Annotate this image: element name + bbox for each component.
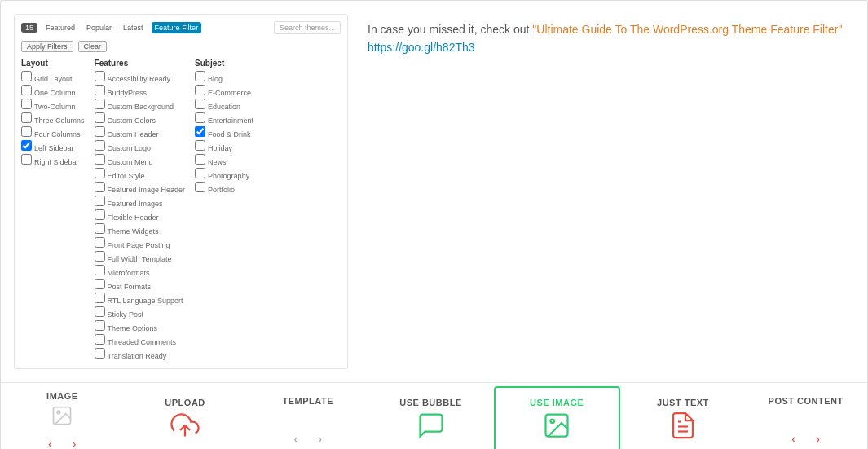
subject-item-3[interactable]: Entertainment [195,112,253,125]
feature-item-17[interactable]: Sticky Post [95,306,186,319]
columns-area: Layout Grid Layout One Column Two-Column… [21,59,341,362]
feature-item-1[interactable]: BuddyPress [95,85,186,97]
image-icon [51,404,73,432]
template-next-arrow[interactable]: › [318,432,322,447]
right-panel: In case you missed it, check out "Ultima… [361,14,854,369]
feature-item-16[interactable]: RTL Language Support [95,293,186,305]
image-nav-arrows: ‹ › [48,437,77,449]
tab-just-text-label: JUST TEXT [657,398,709,407]
tab-popular[interactable]: Popular [83,22,115,33]
layout-item-5[interactable]: Left Sidebar [21,140,85,152]
template-nav-arrows: ‹ › [293,432,322,447]
tab-use-bubble[interactable]: USE BUBBLE [369,383,492,449]
subject-item-0[interactable]: Blog [195,71,253,83]
tab-use-image-label: USE IMAGE [530,398,584,407]
feature-item-19[interactable]: Threaded Comments [95,334,186,346]
feature-item-3[interactable]: Custom Colors [95,112,186,125]
tab-post-content[interactable]: POST CONTENT ‹ › [744,383,867,449]
info-quoted-text: "Ultimate Guide To The WordPress.org The… [532,23,842,36]
tab-just-text[interactable]: JUST TEXT [622,383,745,449]
top-bar: 15 Featured Popular Latest Feature Filte… [21,21,341,34]
tab-image[interactable]: IMAGE ‹ › [1,383,124,449]
info-text-prefix: In case you missed it, check out [368,23,532,36]
feature-item-11[interactable]: Theme Widgets [95,223,186,236]
features-heading: Features [95,59,186,68]
layout-item-2[interactable]: Two-Column [21,99,85,111]
layout-item-0[interactable]: Grid Layout [21,71,85,83]
tab-use-bubble-label: USE BUBBLE [399,398,462,407]
use-image-icon [542,411,571,445]
content-area: 15 Featured Popular Latest Feature Filte… [1,1,867,382]
feature-item-5[interactable]: Custom Logo [95,140,186,152]
bubble-icon [416,411,446,445]
tabs-row: IMAGE ‹ › UPLOAD TEMPLATE [1,382,867,449]
feature-item-7[interactable]: Editor Style [95,168,186,180]
subject-item-5[interactable]: Holiday [195,140,253,152]
feature-item-13[interactable]: Full Width Template [95,251,186,263]
feature-item-18[interactable]: Theme Options [95,320,186,332]
svg-point-1 [58,411,61,414]
tab-image-label: IMAGE [46,391,78,401]
tab-template-label: TEMPLATE [283,396,333,406]
image-next-arrow[interactable]: › [72,437,76,449]
layout-column: Layout Grid Layout One Column Two-Column… [21,59,85,362]
post-content-nav-arrows: ‹ › [791,432,820,447]
subject-item-7[interactable]: Photography [195,168,253,180]
info-link[interactable]: https://goo.gl/h82Th3 [368,41,475,54]
subject-item-6[interactable]: News [195,154,253,166]
subject-item-4[interactable]: Food & Drink [195,126,253,139]
post-content-prev-arrow[interactable]: ‹ [791,432,795,447]
image-prev-arrow[interactable]: ‹ [48,437,52,449]
feature-item-20[interactable]: Translation Ready [95,348,186,360]
tab-upload[interactable]: UPLOAD [124,383,247,449]
layout-item-1[interactable]: One Column [21,85,85,97]
feature-item-15[interactable]: Post Formats [95,279,186,291]
apply-filters-btn[interactable]: Apply Filters [21,41,73,52]
template-prev-arrow[interactable]: ‹ [293,432,297,447]
feature-item-0[interactable]: Accessibility Ready [95,71,186,83]
subject-heading: Subject [195,59,253,68]
tab-feature-filter[interactable]: Feature Filter [152,22,202,33]
upload-icon [170,411,200,445]
subject-item-2[interactable]: Education [195,99,253,111]
tab-featured[interactable]: Featured [42,22,78,33]
filter-bar: Apply Filters Clear [21,41,341,52]
subject-item-1[interactable]: E-Commerce [195,85,253,97]
feature-item-8[interactable]: Featured Image Header [95,182,186,194]
subject-item-8[interactable]: Portfolio [195,182,253,194]
layout-item-4[interactable]: Four Columns [21,126,85,139]
tab-upload-label: UPLOAD [165,398,205,407]
layout-heading: Layout [21,59,85,68]
layout-item-3[interactable]: Three Columns [21,112,85,125]
theme-count-badge: 15 [21,23,37,33]
main-container: 15 Featured Popular Latest Feature Filte… [0,0,868,449]
post-content-next-arrow[interactable]: › [816,432,820,447]
feature-item-9[interactable]: Featured Images [95,196,186,208]
feature-item-10[interactable]: Flexible Header [95,209,186,222]
tab-post-content-label: POST CONTENT [769,396,844,406]
tab-template[interactable]: TEMPLATE ‹ › [246,383,369,449]
clear-btn[interactable]: Clear [78,41,108,52]
svg-point-7 [551,420,555,424]
feature-item-14[interactable]: Microformats [95,265,186,277]
subject-column: Subject Blog E-Commerce Education Entert… [195,59,253,362]
feature-item-2[interactable]: Custom Background [95,99,186,111]
features-column: Features Accessibility Ready BuddyPress … [95,59,186,362]
info-paragraph: In case you missed it, check out "Ultima… [368,20,848,57]
feature-item-6[interactable]: Custom Menu [95,154,186,166]
feature-item-12[interactable]: Front Page Posting [95,237,186,249]
tab-use-image[interactable]: USE IMAGE [494,386,620,449]
just-text-icon [668,411,698,445]
search-themes-input[interactable]: Search themes... [274,21,341,34]
layout-item-6[interactable]: Right Sidebar [21,154,85,166]
tab-latest[interactable]: Latest [120,22,147,33]
left-panel: 15 Featured Popular Latest Feature Filte… [14,14,348,369]
feature-item-4[interactable]: Custom Header [95,126,186,139]
